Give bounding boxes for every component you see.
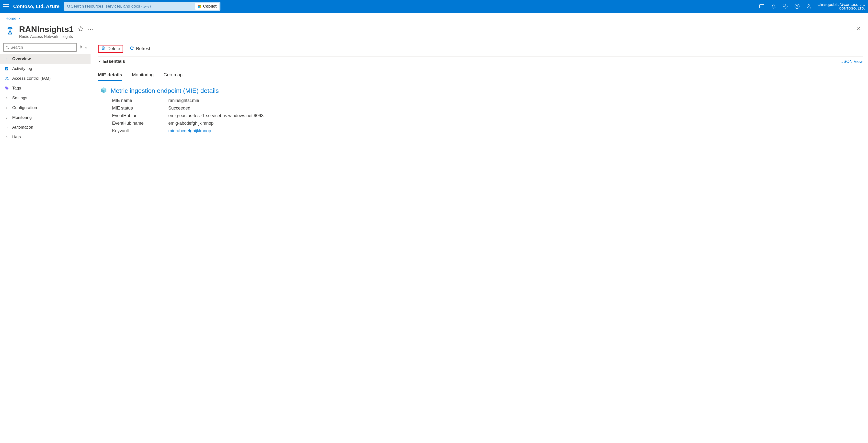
account-info[interactable]: chrisqpublic@contoso.c... CONTOSO, LTD. [817,2,865,10]
mie-details-list: MIE name raninsights1mie MIE status Succ… [100,95,863,134]
essentials-label: Essentials [103,59,125,64]
sidebar-item-label: Overview [12,57,31,61]
mie-name-value: raninsights1mie [168,98,863,103]
mie-name-label: MIE name [112,98,168,103]
trash-icon [101,46,105,52]
eventhub-url-value: emig-eastus-test-1.servicebus.windows.ne… [168,113,863,118]
global-search-input[interactable] [71,4,195,9]
svg-rect-15 [6,69,7,70]
top-bar: Contoso, Ltd. Azure Copilot chrisqpublic… [0,0,868,13]
sidebar-item-tags[interactable]: Tags [0,83,91,93]
keyvault-link[interactable]: mie-abcdefghijklmnop [168,128,863,134]
activity-log-icon [4,66,9,71]
copilot-button[interactable]: Copilot [195,3,219,10]
sidebar-item-label: Help [12,135,21,140]
svg-point-17 [7,77,8,78]
mie-status-value: Succeeded [168,106,863,111]
search-icon [67,4,71,8]
svg-rect-14 [6,68,8,69]
sidebar: « Overview Activity log Access control (… [0,43,91,142]
sidebar-item-label: Configuration [12,105,37,110]
more-actions-icon[interactable]: ⋯ [88,26,93,33]
eventhub-url-label: EventHub url [112,113,168,118]
sidebar-item-overview[interactable]: Overview [0,54,91,64]
resource-header: RANInsights1 ⋯ Radio Access Network Insi… [0,23,868,43]
copilot-label: Copilot [203,4,217,8]
tab-monitoring[interactable]: Monitoring [132,71,154,81]
tab-mie-details[interactable]: MIE details [98,71,122,81]
top-icon-bar: chrisqpublic@contoso.c... CONTOSO, LTD. [753,1,865,11]
svg-point-18 [6,87,6,88]
sidebar-search[interactable] [3,43,76,52]
sidebar-item-label: Access control (IAM) [12,76,51,81]
close-blade-icon[interactable] [855,25,863,33]
sidebar-menu: Overview Activity log Access control (IA… [0,54,91,142]
svg-rect-13 [6,68,8,68]
svg-point-5 [199,6,201,8]
collapse-sidebar-icon[interactable]: « [85,45,87,49]
sidebar-item-configuration[interactable]: › Configuration [0,103,91,113]
access-control-icon [4,76,9,81]
chevron-right-icon: › [4,105,9,110]
portal-brand[interactable]: Contoso, Ltd. Azure [13,4,59,9]
global-search[interactable]: Copilot [64,2,220,11]
chevron-right-icon: › [4,135,9,140]
sort-icon[interactable] [79,45,83,49]
chevron-right-icon: › [4,115,9,120]
help-icon[interactable] [792,1,802,11]
account-email: chrisqpublic@contoso.c... [817,2,865,7]
svg-point-7 [784,6,786,7]
cube-icon [100,87,107,95]
sidebar-item-automation[interactable]: › Automation [0,123,91,132]
sidebar-item-activity-log[interactable]: Activity log [0,64,91,74]
divider [754,3,754,10]
breadcrumb-home[interactable]: Home [5,16,17,21]
json-view-link[interactable]: JSON View [841,59,863,64]
sidebar-item-label: Automation [12,125,33,130]
settings-gear-icon[interactable] [780,1,790,11]
sidebar-item-help[interactable]: › Help [0,132,91,142]
eventhub-name-label: EventHub name [112,121,168,126]
notifications-icon[interactable] [769,1,778,11]
sidebar-item-access-control[interactable]: Access control (IAM) [0,74,91,83]
chevron-right-icon: › [4,125,9,130]
refresh-label: Refresh [136,46,151,52]
svg-point-10 [6,46,8,48]
chevron-right-icon: › [19,16,20,21]
eventhub-name-value: emig-abcdefghijklmnop [168,121,863,126]
search-icon [6,46,9,49]
mie-section-title: Metric ingestion endpoint (MIE) details [111,87,219,95]
hamburger-menu-icon[interactable] [3,3,9,9]
mie-section: Metric ingestion endpoint (MIE) details … [98,81,863,134]
essentials-header[interactable]: Essentials JSON View [98,57,863,67]
tags-icon [4,86,9,91]
sidebar-item-label: Activity log [12,66,32,71]
svg-line-11 [8,48,9,49]
delete-label: Delete [107,46,120,52]
resource-title: RANInsights1 [19,25,74,34]
refresh-button[interactable]: Refresh [128,45,153,53]
tabs: MIE details Monitoring Geo map [98,67,863,81]
body-layout: « Overview Activity log Access control (… [0,43,868,142]
account-tenant: CONTOSO, LTD. [817,7,865,10]
sidebar-item-monitoring[interactable]: › Monitoring [0,113,91,123]
feedback-icon[interactable] [804,1,814,11]
svg-line-1 [69,7,70,8]
overview-icon [4,57,9,61]
sidebar-search-input[interactable] [10,45,74,49]
sidebar-item-label: Tags [12,86,21,91]
main-pane: Delete Refresh Essentials JSON View MIE … [91,43,868,142]
resource-subtitle: Radio Access Network Insights [19,34,851,39]
chevron-right-icon: › [4,96,9,100]
favorite-star-icon[interactable] [78,26,84,33]
copilot-icon [198,4,202,8]
sidebar-item-label: Settings [12,96,27,100]
tab-geo-map[interactable]: Geo map [163,71,183,81]
refresh-icon [130,46,134,52]
svg-rect-6 [760,5,764,8]
sidebar-item-label: Monitoring [12,115,32,120]
mie-status-label: MIE status [112,106,168,111]
cloud-shell-icon[interactable] [757,1,767,11]
delete-button[interactable]: Delete [98,45,123,53]
sidebar-item-settings[interactable]: › Settings [0,93,91,103]
